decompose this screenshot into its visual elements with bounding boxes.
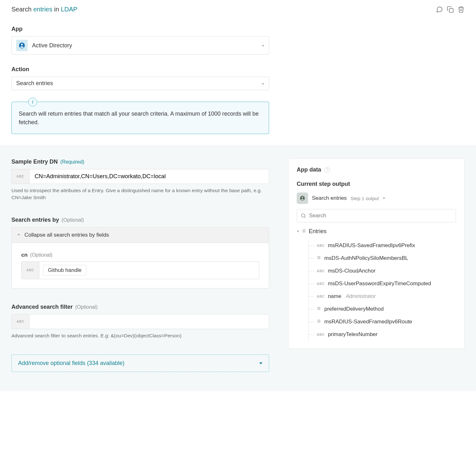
abc-type-icon: ABC [21,261,39,279]
optional-tag: (Optional) [30,252,52,258]
required-tag: (Required) [60,159,84,165]
list-icon [302,228,306,235]
abc-type-icon: ABC [11,169,29,184]
collapse-label: Collapse all search entries by fields [24,232,109,238]
search-input[interactable] [297,209,456,222]
tree-item[interactable]: ABCprimaryTelexNumber [308,328,456,341]
ldap-icon [297,192,308,204]
tree-item-name: preferredDeliveryMethod [324,306,384,312]
title-ldap-link[interactable]: LDAP [61,6,77,13]
info-box: i Search will return entries that match … [11,102,269,134]
header-row: Search entries in LDAP [11,6,465,13]
cn-input[interactable]: Github handle [39,261,259,279]
adv-filter-input[interactable] [29,314,269,329]
step-name: Search entries [312,195,347,201]
tree-item-name: msDS-UserPasswordExpiryTimeComputed [328,280,431,287]
list-icon [317,255,321,261]
svg-point-2 [21,44,23,46]
cn-chip[interactable]: Github handle [43,265,86,276]
tree-item-value: Administrator [346,293,376,299]
abc-type-icon: ABC [317,282,325,286]
trash-icon[interactable] [458,6,465,13]
tree-root-entries[interactable]: Entries [297,228,456,235]
app-data-panel: App data ? Current step output Search en… [288,159,465,349]
app-data-title: App data ? [297,166,456,173]
abc-type-icon: ABC [11,314,29,329]
app-value: Active Directory [32,42,72,49]
add-optional-fields-button[interactable]: Add/remove optional fields (334 availabl… [11,354,269,372]
tree-item[interactable]: ABCmsDS-CloudAnchor [308,265,456,277]
app-label: App [11,26,465,32]
list-icon [317,306,321,312]
help-icon[interactable]: ? [324,167,330,173]
search-by-label: Search entries by (Optional) [11,217,269,223]
abc-type-icon: ABC [317,244,325,247]
tree-item[interactable]: msDS-AuthNPolicySiloMembersBL [308,252,456,265]
tree-item[interactable]: ABCmsDS-UserPasswordExpiryTimeComputed [308,277,456,290]
tree-item-name: msDS-AuthNPolicySiloMembersBL [324,255,408,261]
chevron-down-icon [297,231,299,232]
info-text: Search will return entries that match al… [19,110,262,127]
list-icon [317,319,321,325]
title-entries-link[interactable]: entries [33,6,52,13]
collapse-toggle[interactable]: Collapse all search entries by fields [12,227,269,243]
cn-label: cn (Optional) [21,252,259,258]
chevron-down-icon [262,81,264,86]
tree-item[interactable]: ABCmsRADIUS-SavedFramedIpv6Prefix [308,239,456,252]
adv-filter-label: Advanced search filter (Optional) [11,304,269,310]
chevron-down-icon [259,362,262,364]
optional-tag: (Optional) [62,217,84,223]
app-dropdown[interactable]: Active Directory [11,36,269,55]
svg-point-4 [302,197,303,199]
add-fields-label: Add/remove optional fields (334 availabl… [18,360,124,367]
svg-point-5 [301,214,305,217]
sample-dn-helper: Used to introspect the attributes of a E… [11,187,269,201]
info-icon: i [28,98,37,106]
page-title: Search entries in LDAP [11,6,77,13]
tree-item-name: msRADIUS-SavedFramedIpv6Prefix [328,242,415,249]
optional-tag: (Optional) [75,304,97,310]
action-dropdown[interactable]: Search entries [11,77,269,90]
tree-item[interactable]: msRADIUS-SavedFramedIpv6Route [308,315,456,328]
step-output-row[interactable]: Search entries Step 1 output [297,192,456,204]
action-label: Action [11,66,465,73]
abc-type-icon: ABC [317,269,325,273]
adv-filter-helper: Advanced search filter to search entries… [11,332,269,339]
tree-item-name: name [328,293,341,300]
tree-item-name: msRADIUS-SavedFramedIpv6Route [324,319,412,325]
sample-dn-input[interactable] [29,169,269,184]
sample-dn-label: Sample Entry DN (Required) [11,159,269,165]
comment-icon[interactable] [436,6,443,13]
current-step-output-label: Current step output [297,181,456,187]
svg-line-6 [304,217,305,218]
search-icon [301,213,306,219]
copy-icon[interactable] [447,6,454,13]
title-prefix: Search [11,6,31,13]
active-directory-icon [16,40,28,51]
action-value: Search entries [16,80,53,87]
chevron-down-icon [262,43,264,48]
tree-item[interactable]: preferredDeliveryMethod [308,303,456,315]
tree-item-name: primaryTelexNumber [328,331,378,338]
chevron-down-icon [17,234,20,236]
tree-item-name: msDS-CloudAnchor [328,268,375,274]
step-meta: Step 1 output [351,196,379,201]
tree-root-label: Entries [309,228,327,235]
abc-type-icon: ABC [317,333,325,336]
chevron-down-icon [383,198,385,199]
tree-item[interactable]: ABCnameAdministrator [308,290,456,303]
title-sep: in [54,6,59,13]
svg-rect-0 [449,9,453,12]
abc-type-icon: ABC [317,294,325,298]
